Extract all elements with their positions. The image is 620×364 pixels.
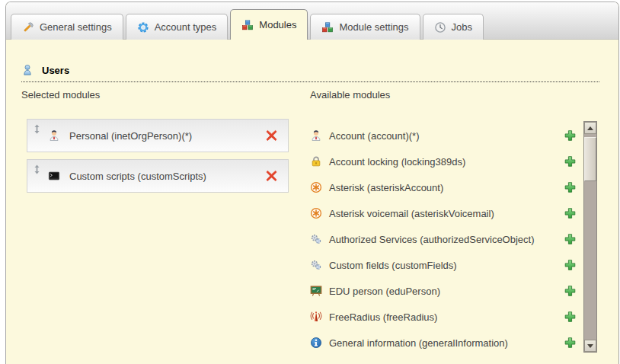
available-module-row: Asterisk voicemail (asteriskVoicemail)	[310, 200, 578, 226]
available-module-label: Account (account)(*)	[329, 130, 420, 142]
selected-modules-list: Personal (inetOrgPerson)(*)Custom script…	[27, 119, 289, 200]
available-module-row: Account (account)(*)	[310, 123, 578, 148]
available-module-row: FreeRadius (freeRadius)	[310, 304, 578, 330]
user-suit-icon	[48, 129, 60, 142]
users-section-title: Users	[42, 65, 69, 76]
available-module-label: Authorized Services (authorizedServiceOb…	[329, 234, 535, 245]
add-icon[interactable]	[564, 234, 576, 245]
selected-module-row: Custom scripts (customScripts)	[27, 159, 289, 193]
triangle-down-icon	[587, 344, 593, 348]
available-module-label: EDU person (eduPerson)	[329, 286, 440, 297]
add-icon[interactable]	[564, 156, 576, 168]
available-module-row: EDU person (eduPerson)	[310, 278, 578, 304]
drag-handle-icon[interactable]	[34, 124, 40, 134]
available-module-row: Account locking (locking389ds)	[310, 148, 578, 174]
selected-modules-label: Selected modules	[21, 89, 100, 101]
add-icon[interactable]	[564, 182, 576, 193]
selected-module-label: Personal (inetOrgPerson)(*)	[69, 130, 192, 142]
tab-label: Module settings	[339, 21, 408, 33]
add-icon[interactable]	[564, 337, 576, 349]
chalkboard-icon	[310, 285, 322, 297]
asterisk-icon	[310, 207, 322, 219]
available-module-row: Authorized Services (authorizedServiceOb…	[310, 226, 578, 252]
add-icon[interactable]	[564, 311, 576, 323]
scroll-up-button[interactable]	[584, 122, 596, 134]
users-section-heading: Users	[21, 64, 599, 82]
tab-label: Account types	[155, 21, 217, 33]
available-module-label: Custom fields (customFields)	[329, 260, 457, 271]
tab-account-types[interactable]: Account types	[126, 14, 229, 40]
available-module-label: Account locking (locking389ds)	[329, 156, 465, 168]
asterisk-icon	[310, 181, 322, 193]
available-modules-label: Available modules	[310, 89, 390, 101]
tab-label: Modules	[259, 19, 296, 30]
user-suit-icon	[310, 129, 322, 142]
add-icon[interactable]	[564, 208, 576, 219]
cubes-icon	[321, 21, 334, 34]
drag-handle-icon[interactable]	[34, 164, 40, 174]
available-module-row: Custom fields (customFields)	[310, 252, 578, 278]
modules-tab-panel: Users Selected modules Available modules…	[6, 40, 618, 364]
available-module-row: Asterisk (asteriskAccount)	[310, 174, 578, 200]
info-icon	[310, 337, 322, 349]
gears-icon	[310, 259, 322, 271]
available-module-label: Asterisk (asteriskAccount)	[329, 182, 443, 193]
gears-icon	[310, 233, 322, 245]
delete-icon[interactable]	[265, 129, 278, 142]
tab-label: Jobs	[452, 21, 472, 33]
clock-icon	[434, 21, 446, 34]
add-icon[interactable]	[564, 286, 576, 297]
delete-icon[interactable]	[265, 170, 278, 183]
available-module-row: General information (generalInformation)	[310, 330, 578, 356]
tab-general-settings[interactable]: General settings	[11, 14, 123, 40]
tab-bar: General settingsAccount typesModulesModu…	[6, 2, 618, 40]
selected-module-label: Custom scripts (customScripts)	[69, 171, 206, 182]
available-module-label: FreeRadius (freeRadius)	[329, 311, 437, 323]
available-modules-scrollbar[interactable]	[583, 121, 597, 353]
tab-module-settings[interactable]: Module settings	[310, 14, 420, 40]
scroll-thumb[interactable]	[584, 137, 596, 181]
gear-icon	[137, 21, 149, 34]
scroll-down-button[interactable]	[584, 340, 596, 352]
tab-label: General settings	[40, 21, 112, 33]
triangle-up-icon	[587, 126, 593, 130]
tab-jobs[interactable]: Jobs	[423, 14, 484, 40]
add-icon[interactable]	[564, 130, 576, 142]
user-icon	[21, 64, 34, 76]
available-module-label: Asterisk voicemail (asteriskVoicemail)	[329, 208, 494, 219]
antenna-icon	[310, 311, 322, 323]
settings-widget: General settingsAccount typesModulesModu…	[5, 2, 619, 364]
add-icon[interactable]	[564, 260, 576, 271]
lock-icon	[310, 155, 322, 168]
wrench-icon	[22, 21, 34, 34]
cubes-icon	[241, 19, 254, 31]
selected-module-row: Personal (inetOrgPerson)(*)	[27, 119, 289, 152]
available-modules-list: Account (account)(*)Account locking (loc…	[310, 123, 578, 356]
tab-modules[interactable]: Modules	[230, 9, 308, 40]
terminal-icon	[48, 170, 60, 182]
available-module-label: General information (generalInformation)	[329, 337, 508, 349]
